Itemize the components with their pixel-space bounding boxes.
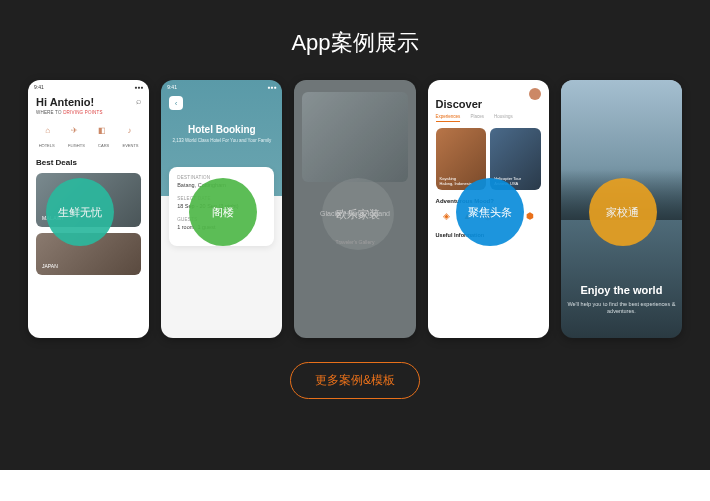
- tab-events: EVENTS: [123, 143, 139, 148]
- back-button: ‹: [169, 96, 183, 110]
- best-deals-title: Best Deals: [28, 150, 149, 167]
- search-icon: ⌕: [136, 96, 141, 106]
- hotel-icon: ⌂: [41, 123, 55, 137]
- discover-tabs: Experiences Places Housings: [428, 112, 549, 128]
- status-bar: [428, 80, 549, 88]
- status-icons: ●●●: [267, 84, 276, 90]
- car-icon: ◧: [95, 123, 109, 137]
- app-badge: 阁楼: [189, 178, 257, 246]
- category-tabs: HOTELS FLIGHTS CARS EVENTS: [28, 141, 149, 150]
- app-card-travel[interactable]: 9:41 ●●● Hi Antenio! ⌕ WHERE TO DRIVING …: [28, 80, 149, 338]
- tab-flights: FLIGHTS: [68, 143, 85, 148]
- app-badge: 生鲜无忧: [46, 178, 114, 246]
- status-bar: 9:41 ●●●: [28, 80, 149, 90]
- mood-icon: ◈: [440, 210, 452, 222]
- tab-hotels: HOTELS: [39, 143, 55, 148]
- avatar: [529, 88, 541, 100]
- app-card-discover[interactable]: Discover Experiences Places Housings Kay…: [428, 80, 549, 338]
- status-icons: ●●●: [134, 84, 143, 90]
- hotel-subtitle: 2,133 World Class Hotel For You and Your…: [161, 138, 282, 143]
- category-icons: ⌂ ✈ ◧ ♪: [28, 115, 149, 141]
- status-time: 9:41: [167, 84, 177, 90]
- section-title: App案例展示: [0, 28, 710, 58]
- enjoy-subtitle: We'll help you to find the best experien…: [561, 301, 682, 316]
- more-cases-button[interactable]: 更多案例&模板: [290, 362, 420, 399]
- app-badge: 家校通: [589, 178, 657, 246]
- tab-experiences: Experiences: [436, 114, 461, 122]
- app-card-enjoy[interactable]: Enjoy the world We'll help you to find t…: [561, 80, 682, 338]
- flight-icon: ✈: [68, 123, 82, 137]
- app-badge: 欧乐家装: [322, 178, 394, 250]
- mood-icon: ⬢: [524, 210, 536, 222]
- app-card-hotel[interactable]: 9:41 ●●● ‹ Hotel Booking 2,133 World Cla…: [161, 80, 282, 338]
- cards-row: 9:41 ●●● Hi Antenio! ⌕ WHERE TO DRIVING …: [0, 80, 710, 338]
- status-time: 9:41: [34, 84, 44, 90]
- status-bar: 9:41 ●●●: [161, 80, 282, 90]
- event-icon: ♪: [123, 123, 137, 137]
- greeting: Hi Antenio!: [28, 90, 149, 110]
- enjoy-title: Enjoy the world: [561, 284, 682, 296]
- hero-image: [302, 92, 407, 182]
- app-badge: 聚焦头条: [456, 178, 524, 246]
- showcase-section: App案例展示 9:41 ●●● Hi Antenio! ⌕ WHERE TO …: [0, 0, 710, 470]
- tab-housings: Housings: [494, 114, 513, 122]
- hotel-title: Hotel Booking: [161, 124, 282, 135]
- app-card-glacier[interactable]: Glacier Hiking, Iceland Traveler's Galle…: [294, 80, 415, 338]
- tab-cars: CARS: [98, 143, 109, 148]
- tab-places: Places: [470, 114, 484, 122]
